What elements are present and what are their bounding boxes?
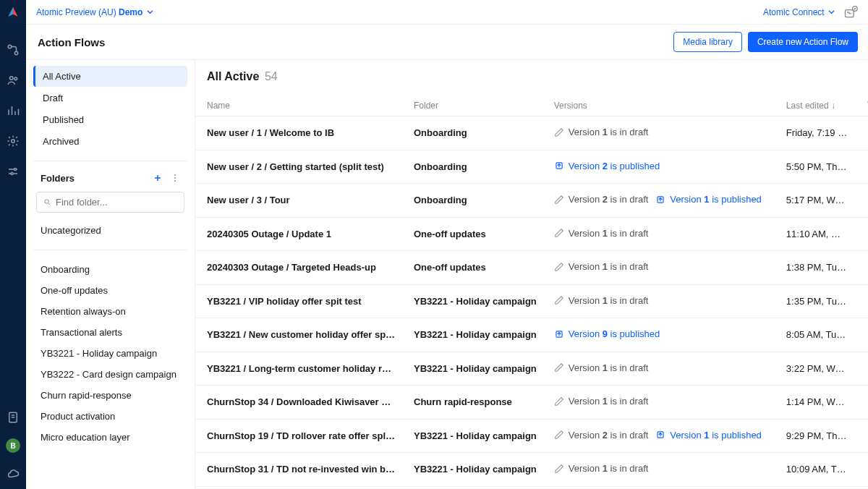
media-library-button[interactable]: Media library <box>673 32 742 52</box>
folder-item[interactable]: Onboarding <box>33 259 187 280</box>
sliders-icon[interactable] <box>7 165 20 178</box>
pencil-icon <box>554 195 564 205</box>
row-folder: One-off updates <box>405 251 545 285</box>
analytics-icon[interactable] <box>7 104 20 117</box>
col-header-name[interactable]: Name <box>195 95 405 116</box>
filter-all-active[interactable]: All Active <box>33 66 187 87</box>
svg-point-5 <box>14 169 17 171</box>
published-icon <box>554 161 564 171</box>
version-badge: Version 1 is published <box>655 194 762 205</box>
table-row[interactable]: 20240303 Outage / Targeted Heads-upOne-o… <box>195 251 868 285</box>
folder-item[interactable]: Micro education layer <box>33 427 187 448</box>
col-header-filter[interactable] <box>857 95 868 116</box>
row-date: 8:05 AM, Tue 19 Mar <box>778 318 857 352</box>
row-folder: Onboarding <box>405 184 545 218</box>
add-folder-button[interactable] <box>150 170 166 186</box>
row-date: 1:14 PM, Wed 13 Mar <box>778 386 857 420</box>
row-name: YB3221 / New customer holiday offer spit… <box>195 318 405 352</box>
row-versions: Version 1 is in draft <box>545 386 778 420</box>
row-versions: Version 2 is in draftVersion 1 is publis… <box>545 419 778 453</box>
filter-draft[interactable]: Draft <box>33 88 187 109</box>
table-row[interactable]: New user / 3 / TourOnboardingVersion 2 i… <box>195 184 868 218</box>
row-date: 5:17 PM, Wed 20 Mar <box>778 184 857 218</box>
col-header-last-edited[interactable]: Last edited ↓ <box>778 95 857 116</box>
row-folder: YB3221 - Holiday campaign <box>405 352 545 386</box>
flows-icon[interactable] <box>7 43 20 56</box>
row-menu-button[interactable] <box>857 184 868 218</box>
table-row[interactable]: YB3221 / Long-term customer holiday rewa… <box>195 352 868 386</box>
row-folder: YB3221 - Holiday campaign <box>405 453 545 487</box>
row-menu-button[interactable] <box>857 251 868 285</box>
cloud-icon[interactable] <box>7 467 20 480</box>
user-avatar[interactable]: B <box>6 438 20 453</box>
env-label: Demo <box>119 7 142 17</box>
inbox-check-icon[interactable] <box>843 5 858 20</box>
row-versions: Version 1 is in draft <box>545 217 778 251</box>
row-versions: Version 1 is in draft <box>545 352 778 386</box>
row-menu-button[interactable] <box>857 150 868 184</box>
table-row[interactable]: New user / 2 / Getting started (split te… <box>195 150 868 184</box>
users-icon[interactable] <box>7 74 20 87</box>
pencil-icon <box>554 127 564 137</box>
folders-heading: Folders <box>41 173 75 184</box>
table-row[interactable]: New user / 1 / Welcome to IBOnboardingVe… <box>195 116 868 150</box>
row-name: New user / 2 / Getting started (split te… <box>195 150 405 184</box>
table-row[interactable]: ChurnStop 31 / TD not re-invested win ba… <box>195 453 868 487</box>
table-row[interactable]: ChurnStop 34 / Downloaded Kiwisaver hist… <box>195 386 868 420</box>
create-action-flow-button[interactable]: Create new Action Flow <box>748 32 858 52</box>
folder-item[interactable]: Product activation <box>33 406 187 427</box>
folder-item[interactable]: YB3222 - Card design campaign <box>33 364 187 385</box>
row-versions: Version 1 is in draft <box>545 284 778 318</box>
row-versions: Version 1 is in draft <box>545 116 778 150</box>
version-badge: Version 1 is in draft <box>554 295 649 306</box>
row-versions: Version 9 is published <box>545 318 778 352</box>
table-row[interactable]: ChurnStop 19 / TD rollover rate offer sp… <box>195 419 868 453</box>
filter-archived[interactable]: Archived <box>33 131 187 152</box>
table-row[interactable]: YB3221 / VIP holiday offer spit testYB32… <box>195 284 868 318</box>
svg-point-10 <box>174 174 176 176</box>
folder-uncategorized[interactable]: Uncategorized <box>33 220 187 241</box>
row-menu-button[interactable] <box>857 453 868 487</box>
row-versions: Version 1 is in draft <box>545 251 778 285</box>
folder-item[interactable]: Transactional alerts <box>33 322 187 343</box>
row-menu-button[interactable] <box>857 419 868 453</box>
version-badge: Version 1 is in draft <box>554 362 649 373</box>
folder-item[interactable]: One-off updates <box>33 280 187 301</box>
org-switcher[interactable]: Atomic Preview (AU) Demo <box>36 7 153 17</box>
table-row[interactable]: 20240305 Outage / Update 1One-off update… <box>195 217 868 251</box>
row-folder: YB3221 - Holiday campaign <box>405 284 545 318</box>
folder-options-button[interactable] <box>167 170 183 186</box>
row-folder: Onboarding <box>405 150 545 184</box>
kebab-icon <box>170 173 180 183</box>
page-title: Action Flows <box>38 36 105 48</box>
row-versions: Version 2 is published <box>545 150 778 184</box>
list-title: All Active <box>207 70 259 82</box>
row-menu-button[interactable] <box>857 352 868 386</box>
row-folder: YB3221 - Holiday campaign <box>405 318 545 352</box>
published-icon <box>655 430 665 440</box>
pencil-icon <box>554 262 564 272</box>
table-row[interactable]: YB3221 / New customer holiday offer spit… <box>195 318 868 352</box>
row-date: 1:35 PM, Tue 19 Mar <box>778 284 857 318</box>
filter-published[interactable]: Published <box>33 109 187 130</box>
svg-point-12 <box>174 180 176 182</box>
nav-rail: B <box>0 0 26 489</box>
col-header-folder[interactable]: Folder <box>405 95 545 116</box>
docs-icon[interactable] <box>7 411 20 424</box>
version-badge: Version 2 is in draft <box>554 430 649 441</box>
row-date: 11:10 AM, Wed 20 Mar <box>778 217 857 251</box>
folder-search[interactable] <box>36 192 184 213</box>
list-count: 54 <box>265 70 278 82</box>
row-menu-button[interactable] <box>857 284 868 318</box>
folder-item[interactable]: YB3221 - Holiday campaign <box>33 343 187 364</box>
settings-gear-icon[interactable] <box>7 135 20 148</box>
folder-item[interactable]: Churn rapid-response <box>33 385 187 406</box>
row-menu-button[interactable] <box>857 217 868 251</box>
col-header-versions[interactable]: Versions <box>545 95 778 116</box>
atomic-connect-link[interactable]: Atomic Connect <box>763 7 835 17</box>
row-menu-button[interactable] <box>857 386 868 420</box>
row-menu-button[interactable] <box>857 116 868 150</box>
folder-search-input[interactable] <box>56 197 177 208</box>
row-menu-button[interactable] <box>857 318 868 352</box>
folder-item[interactable]: Retention always-on <box>33 301 187 322</box>
